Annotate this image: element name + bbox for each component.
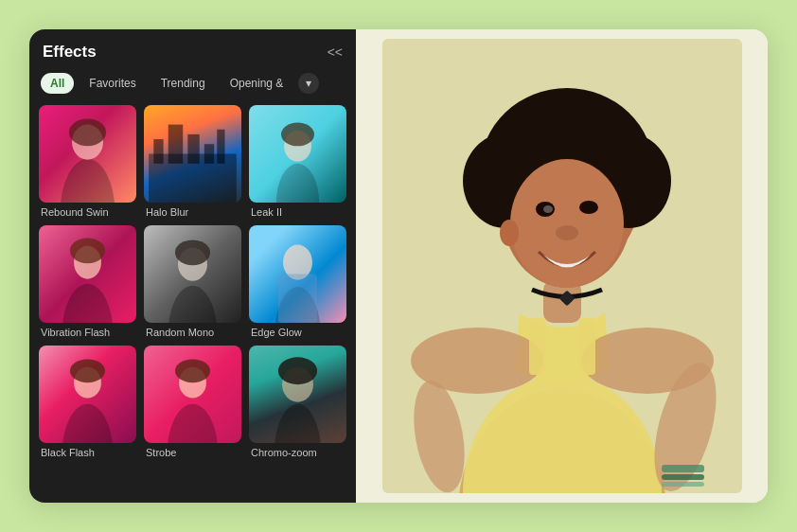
svg-point-49 [579, 201, 598, 214]
svg-point-15 [168, 286, 218, 323]
panel-header: Effects << [39, 43, 346, 62]
svg-point-26 [175, 359, 210, 382]
tab-all[interactable]: All [41, 73, 74, 94]
svg-rect-8 [217, 130, 224, 164]
effect-label-black-flash: Black Flash [39, 447, 136, 458]
effect-label-vibration-flash: Vibration Flash [39, 327, 136, 338]
effect-item-strobe[interactable]: Strobe [144, 346, 241, 458]
effect-thumbnail-halo-blur [144, 105, 241, 203]
svg-point-47 [510, 159, 624, 288]
effect-label-chromo-zoom: Chromo-zoom [249, 447, 346, 458]
svg-point-29 [278, 357, 317, 384]
effect-item-random-mono[interactable]: Random Mono [144, 225, 241, 338]
effect-thumbnail-strobe [144, 346, 241, 443]
effect-label-strobe: Strobe [144, 447, 241, 458]
effect-item-rebound-swin[interactable]: Rebound Swin [39, 105, 136, 218]
svg-point-9 [276, 164, 319, 203]
effects-grid: Rebound Swin Halo Blur [39, 105, 346, 458]
svg-point-2 [69, 118, 106, 146]
svg-point-0 [61, 159, 115, 203]
effect-thumbnail-chromo-zoom [249, 346, 346, 443]
svg-rect-20 [278, 275, 317, 324]
svg-point-17 [175, 239, 210, 265]
chevron-down-icon: ▾ [306, 77, 311, 90]
panel-title: Effects [43, 43, 97, 62]
svg-point-24 [168, 404, 219, 443]
svg-point-12 [62, 284, 114, 323]
tab-opening[interactable]: Opening & [221, 73, 293, 94]
effect-item-black-flash[interactable]: Black Flash [39, 346, 136, 458]
effects-panel: Effects << All Favorites Trending Openin… [29, 29, 356, 503]
svg-rect-54 [529, 318, 546, 375]
effect-label-halo-blur: Halo Blur [144, 206, 241, 218]
svg-rect-40 [662, 482, 704, 487]
effect-item-chromo-zoom[interactable]: Chromo-zoom [249, 346, 346, 458]
portrait-svg [382, 39, 742, 493]
svg-rect-5 [168, 125, 183, 164]
preview-image-area [356, 29, 768, 503]
effect-label-leak-ii: Leak II [249, 206, 346, 218]
effect-item-edge-glow[interactable]: Edge Glow [249, 225, 346, 338]
svg-point-27 [275, 404, 321, 443]
effect-thumbnail-rebound-swin [39, 105, 136, 203]
tab-trending[interactable]: Trending [151, 73, 215, 94]
svg-rect-39 [662, 474, 704, 480]
svg-rect-55 [578, 318, 595, 375]
svg-point-50 [543, 205, 553, 213]
tab-more-button[interactable]: ▾ [298, 73, 319, 94]
effect-thumbnail-leak-ii [249, 105, 346, 203]
svg-point-21 [62, 404, 114, 443]
preview-panel [356, 29, 768, 503]
svg-point-51 [556, 225, 578, 240]
collapse-button[interactable]: << [328, 44, 343, 60]
filter-tabs: All Favorites Trending Opening & ▾ [39, 73, 346, 94]
effect-label-rebound-swin: Rebound Swin [39, 206, 136, 218]
svg-rect-38 [662, 465, 704, 472]
tab-favorites[interactable]: Favorites [80, 73, 145, 94]
effect-thumbnail-random-mono [144, 225, 241, 323]
svg-point-23 [70, 359, 105, 382]
effect-thumbnail-black-flash [39, 346, 136, 443]
effect-item-vibration-flash[interactable]: Vibration Flash [39, 225, 136, 338]
app-window: Effects << All Favorites Trending Openin… [29, 29, 768, 503]
effect-item-leak-ii[interactable]: Leak II [249, 105, 346, 218]
svg-point-53 [500, 220, 519, 246]
svg-rect-6 [187, 134, 199, 164]
effect-item-halo-blur[interactable]: Halo Blur [144, 105, 241, 218]
svg-point-14 [70, 238, 105, 263]
svg-rect-7 [204, 144, 214, 164]
effect-label-random-mono: Random Mono [144, 327, 241, 338]
svg-rect-4 [153, 139, 163, 164]
effect-label-edge-glow: Edge Glow [249, 327, 346, 338]
effect-thumbnail-vibration-flash [39, 225, 136, 323]
effect-thumbnail-edge-glow [249, 225, 346, 323]
svg-point-11 [281, 123, 314, 147]
